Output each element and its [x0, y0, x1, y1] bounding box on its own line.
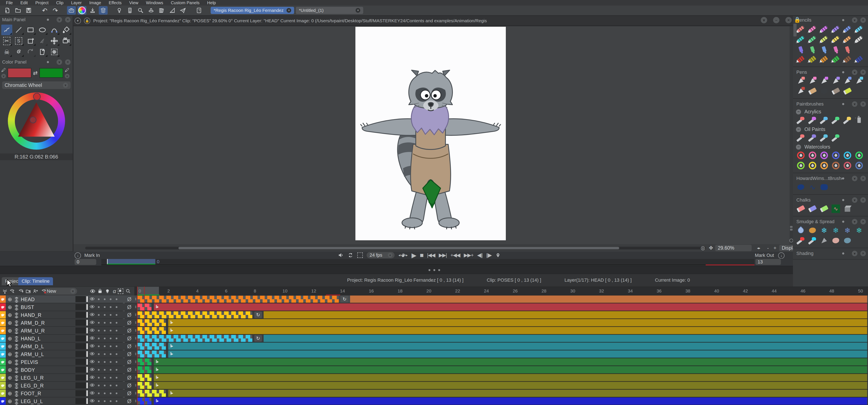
- layer-option-dot[interactable]: [104, 330, 105, 332]
- spray-brush-swatch[interactable]: ⁖: [854, 116, 864, 125]
- panel-collapse-button[interactable]: ▾: [57, 59, 62, 65]
- rectangle-tool[interactable]: [25, 25, 36, 35]
- brush-brush-swatch[interactable]: [807, 236, 818, 245]
- range-thumb[interactable]: [107, 259, 155, 264]
- layer-option-dot[interactable]: [116, 306, 117, 308]
- brush-brush-swatch[interactable]: [796, 133, 806, 143]
- track-drag-handle[interactable]: ‖: [135, 383, 136, 387]
- layer-blend-icon[interactable]: Ø: [127, 359, 131, 365]
- layer-visibility-eye-icon[interactable]: [90, 336, 94, 341]
- section-close-button[interactable]: ×: [860, 101, 866, 107]
- collapse-button[interactable]: ▾: [761, 17, 767, 23]
- pattern-tool[interactable]: [49, 46, 60, 57]
- exposure-segment[interactable]: [168, 390, 867, 397]
- squig-brush-swatch[interactable]: ∿: [807, 183, 818, 192]
- lock-icon[interactable]: [96, 288, 104, 294]
- color-mode-dropdown[interactable]: Chromatic Wheel ▾: [2, 82, 70, 89]
- layer-row-arm_d_l[interactable]: ⊕ARM_D_LØ‖‖▸: [0, 342, 868, 350]
- chalk-brush-swatch[interactable]: [831, 87, 841, 96]
- keyframe-staircase[interactable]: [137, 342, 166, 350]
- frame-icon[interactable]: [117, 288, 124, 294]
- layer-option-dot[interactable]: [104, 361, 105, 363]
- layer-option-dot[interactable]: [104, 338, 105, 339]
- chalk-brush-swatch[interactable]: [819, 204, 830, 213]
- ring-brush-swatch[interactable]: [842, 161, 853, 170]
- layer-name[interactable]: HEAD: [21, 297, 35, 303]
- drawing-canvas[interactable]: [355, 27, 506, 240]
- nibgray-brush-swatch[interactable]: [819, 236, 830, 245]
- blob-brush-swatch[interactable]: [842, 236, 853, 245]
- subsection-collapse-icon[interactable]: −: [796, 127, 801, 132]
- save-project-icon[interactable]: [24, 6, 33, 14]
- layer-option-dot[interactable]: [110, 322, 112, 323]
- timeline-tab-clip-timeline[interactable]: Clip: Timeline: [18, 277, 53, 285]
- layer-color-tag[interactable]: [0, 311, 6, 318]
- layer-color-tag[interactable]: [0, 397, 6, 405]
- zoom-slider-icon[interactable]: ◂▸: [755, 245, 762, 251]
- menu-item-edit[interactable]: Edit: [17, 0, 31, 5]
- layer-color-tag[interactable]: [0, 366, 6, 373]
- menu-item-custom-panels[interactable]: Custom Panels: [167, 0, 204, 5]
- layer-thumbnail[interactable]: [75, 312, 86, 318]
- layer-visibility-eye-icon[interactable]: [90, 313, 94, 317]
- marker-brush-swatch[interactable]: [807, 44, 818, 54]
- layer-row-bust[interactable]: ⊕BUSTØ‖‖▸: [0, 303, 868, 311]
- track-drag-handle[interactable]: ‖: [135, 329, 136, 333]
- send-icon[interactable]: [179, 6, 187, 14]
- hue-marker[interactable]: [33, 93, 41, 100]
- blob-brush-swatch[interactable]: [796, 183, 806, 192]
- layer-thumbnail[interactable]: [75, 343, 86, 349]
- pen-brush-swatch[interactable]: [831, 76, 841, 86]
- fill-tool[interactable]: [61, 25, 72, 35]
- line-tool[interactable]: [13, 25, 24, 35]
- flake-brush-swatch[interactable]: ❄: [819, 226, 830, 235]
- track-drag-handle[interactable]: ‖: [135, 297, 136, 301]
- transform-tool[interactable]: [25, 36, 36, 46]
- chalk-brush-swatch[interactable]: [807, 87, 818, 96]
- layer-name[interactable]: ARM_U_L: [21, 351, 44, 357]
- layer-option-dot[interactable]: [104, 299, 105, 300]
- layer-option-dot[interactable]: [110, 330, 112, 332]
- layer-thumbnail[interactable]: [75, 374, 86, 381]
- color-wheel-icon[interactable]: [78, 6, 87, 14]
- layer-option-dot[interactable]: [98, 322, 100, 323]
- close-button[interactable]: ×: [785, 17, 792, 23]
- layer-blend-icon[interactable]: Ø: [127, 367, 131, 373]
- expand-layer-icon[interactable]: ⊕: [8, 391, 12, 397]
- zoom-icon[interactable]: [125, 288, 132, 294]
- layer-visibility-eye-icon[interactable]: [90, 376, 94, 380]
- ellipse-tool[interactable]: [37, 25, 48, 35]
- layer-thumbnail[interactable]: [75, 390, 86, 396]
- layer-row-arm_u_l[interactable]: ⊕ARM_U_LØ‖‖▸: [0, 350, 868, 358]
- menu-item-help[interactable]: Help: [204, 0, 220, 5]
- scroll-handle[interactable]: [790, 226, 793, 228]
- layer-thumbnail[interactable]: [75, 296, 86, 302]
- eye-icon[interactable]: [89, 288, 96, 294]
- brush-brush-swatch[interactable]: [807, 133, 818, 143]
- layer-option-dot[interactable]: [116, 299, 117, 300]
- layer-thumbnail[interactable]: [75, 328, 86, 334]
- loop-endcap-icon[interactable]: ↻: [254, 335, 262, 342]
- cut-selection-tool[interactable]: ✂: [1, 36, 12, 46]
- layer-blend-icon[interactable]: Ø: [127, 304, 131, 310]
- menu-item-file[interactable]: File: [2, 0, 17, 5]
- canvas-right-scrollbar[interactable]: [789, 26, 793, 244]
- flip-page-tool[interactable]: [37, 46, 48, 57]
- layer-name[interactable]: BUST: [21, 305, 34, 310]
- section-collapse-button[interactable]: ▾: [852, 251, 858, 256]
- expand-layer-icon[interactable]: ⊕: [8, 367, 12, 373]
- layer-blend-icon[interactable]: Ø: [127, 351, 131, 357]
- expand-layer-icon[interactable]: ⊕: [8, 312, 12, 318]
- scroll-handle[interactable]: [790, 229, 793, 230]
- ring-brush-swatch[interactable]: [819, 151, 830, 160]
- layer-visibility-eye-icon[interactable]: [90, 352, 94, 356]
- brush-brush-swatch[interactable]: [807, 116, 818, 125]
- drag-handle-dots[interactable]: [429, 269, 440, 271]
- menu-item-view[interactable]: View: [125, 0, 142, 5]
- layer-option-dot[interactable]: [98, 385, 100, 386]
- layer-option-dot[interactable]: [116, 377, 117, 378]
- layer-blend-icon[interactable]: Ø: [127, 312, 131, 318]
- track-drag-handle[interactable]: ‖: [135, 337, 136, 340]
- playhead-line[interactable]: [137, 286, 137, 405]
- layer-option-dot[interactable]: [110, 385, 112, 386]
